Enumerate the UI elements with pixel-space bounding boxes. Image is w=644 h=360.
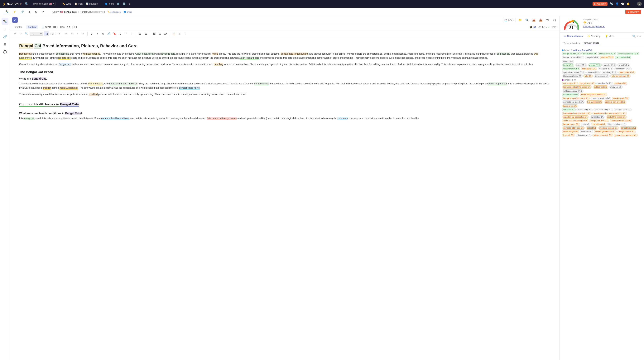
term-create-new-breed[interactable]: create a new breed 0/1 [604,100,626,104]
h3-format-button[interactable]: H3 [50,31,54,36]
term-domesticate[interactable]: domesticate 1/1 [594,74,610,78]
term-seal-mink-tabby[interactable]: seal mink tabby 1/1 [594,108,613,111]
term-kitten-syndrome[interactable]: kitten syndrome 1/1 [607,123,626,126]
ai-writing-tab[interactable]: ✨ AI-writing [586,34,602,38]
tab-settings[interactable]: ⚡ [11,9,18,15]
term-amer-cat-fanciers[interactable]: american cat fanciers association 0/1 [592,112,627,115]
academy-button[interactable]: ▶ Academy [592,2,608,6]
ol-button[interactable]: ☰ [144,31,148,36]
term-bengal-cats-love[interactable]: bengal cats love 0/1 [589,119,609,122]
term-bored-bengal[interactable]: bored bengal 0/1 [562,130,579,133]
pause-icon[interactable]: ⏸ [632,2,635,6]
nav-plan[interactable]: 📋 Plan [74,3,82,5]
term-common-health[interactable]: common health 3/1-2 [590,97,611,100]
export-icon[interactable]: 📤 [531,17,536,23]
nav-grid-icon[interactable]: ⊞ [129,3,130,5]
broadcast-icon[interactable]: 📡 [610,2,613,6]
term-bengal-kittens[interactable]: bengal kittens 0/1 [620,126,637,130]
search-terms-icon[interactable]: 🔍 [632,35,636,38]
term-asian-leopard-cat[interactable]: asian leopard cat 4/1-4 [617,52,639,55]
edit-terms-icon[interactable]: ✏ [640,35,642,38]
term-bengal-breed[interactable]: bengal breed 0/1 [578,82,596,85]
search-format-button[interactable]: 🔍 [24,31,29,36]
terms-in-headers-tab[interactable]: Terms in headers [562,41,581,45]
highlight-button[interactable]: T̲ [177,31,182,36]
term-leopard-cats[interactable]: leopard cats 5/1-2 [562,67,580,70]
search-icon[interactable]: 🔍 [25,2,28,6]
editor-content[interactable]: Bengal Cat Breed Information, Pictures, … [10,37,560,360]
term-temperament[interactable]: temperament 4/1 [562,93,579,96]
extended-settings-icon[interactable]: ⚙ [574,79,576,81]
tab-grid[interactable]: ⊞ [26,9,33,15]
content-terms-tab[interactable]: ≡≡ Content terms [562,34,584,38]
share-action[interactable]: 👥 share [124,11,132,13]
users-icon[interactable]: 👤 [616,2,619,6]
tab-link[interactable]: 🔗 [18,9,26,15]
set-suggest-action[interactable]: ✏️ set/suggest [107,11,121,13]
term-domestic-house-cat[interactable]: domestic house cat 0/1 [610,119,632,122]
info-icon[interactable]: ℹ [592,22,592,24]
settings-icon[interactable]: ⚙️ [117,3,120,5]
check-button[interactable]: ✓ [12,17,18,23]
sidebar-format-icon[interactable]: ⊞ [2,25,8,32]
basic-add-gsc-btn[interactable]: add from GSC [578,49,592,51]
quote-button[interactable]: " [124,31,129,36]
strike-button[interactable]: S̶ [118,31,123,36]
code-icon[interactable]: { } [552,17,557,23]
nav-extra-icon[interactable]: ⬇️ [123,3,126,5]
align-right-button[interactable]: ≡ [75,31,80,36]
term-wild-appearance[interactable]: wild appearance 2/1-2 [562,89,584,93]
tab-pen[interactable]: ✒️ [3,9,11,15]
term-coat-bengal[interactable]: coat of the bengal 0/1 [606,115,627,119]
term-felis[interactable]: felis 0/1 [583,74,592,78]
h2-format-button[interactable]: H2 [44,31,49,36]
more-button[interactable]: ⋮ [183,31,188,36]
term-brown-tabby[interactable]: brown tabby 2/1 [576,108,593,111]
change-competitors-btn[interactable]: Change competitors ▼ [583,25,641,28]
nav-manage[interactable]: 📊 Manage [86,3,98,5]
term-cats[interactable]: cat's 3/1 [581,123,590,126]
term-lynx-point[interactable]: lynx point 2/1-3 [598,67,614,70]
term-bengalensis[interactable]: bengalensis 0/1 [581,67,597,70]
term-jean-mill[interactable]: jean mill 0/1 [562,134,575,137]
term-black-silver-tabby[interactable]: black silver tabby 2/1 [562,74,582,78]
term-outdoor-cat[interactable]: outdoor cat 0/1 [593,85,608,89]
table-button[interactable]: ⊞ [158,31,162,36]
term-breed[interactable]: breed 16/17-29 [582,52,597,55]
term-miniature-leopard[interactable]: miniature leopard 0/1 [598,126,619,130]
basic-settings-icon[interactable]: ⚙ [571,49,572,51]
term-cat-fanciers[interactable]: cat fanciers 0/1 [562,82,578,85]
italic2-button[interactable]: i [130,31,134,36]
user-avatar[interactable]: U [637,2,642,6]
term-bengal-cannot[interactable]: bengal cannot 0/1 [562,123,580,126]
term-marble[interactable]: marble 7/1-3 [588,63,602,67]
term-domestic-cat-breeds[interactable]: domestic cat breeds 3/1 [562,100,585,104]
term-high-energy[interactable]: high energy 1/1 [576,134,592,137]
term-bengal-owners[interactable]: bengal owners 0/1 [617,130,636,133]
term-cat-without[interactable]: cat without 0/1 [591,123,606,126]
term-domestic-cat[interactable]: domestic cat 9/2-7 [598,52,616,55]
term-breeder[interactable]: breeder 1/1-2 [602,63,616,67]
term-hybrid[interactable]: hybrid 1/1-5 [617,63,630,67]
search-toolbar-icon[interactable]: 🔍 [524,17,530,23]
term-felis-bengalensis[interactable]: felis bengalensis 0/1 [610,74,630,78]
term-veterinary[interactable]: veterinary 2/1-2 [602,71,618,74]
project-selector[interactable]: myproject.com 🇺🇸 ▾ [32,2,56,6]
term-cat-looks[interactable]: cat looks 0/1 [614,82,627,85]
term-like-wild-cat[interactable]: like a wild cat 0/1 [586,100,603,104]
copy-button[interactable]: 📋 [172,31,176,36]
term-every-cat[interactable]: every cat 1/1 [609,85,623,89]
undo-button[interactable]: ↩ [12,31,17,36]
sidebar-link-icon[interactable]: 🔗 [2,33,8,40]
term-tabby[interactable]: tabby 5/1-6 [562,63,574,67]
term-bengal-cat[interactable]: bengal cat 33/5-14 [562,52,581,55]
term-cdn-cat-assoc[interactable]: canadian cat association 0/1 [562,115,589,119]
image-button[interactable]: 🖼 [152,31,157,36]
tab-content[interactable]: Content [26,25,38,29]
term-social-bengal[interactable]: social bengal is a perfect 0/1 [580,93,607,96]
term-cat-trees[interactable]: cat trees 1/1 [580,130,593,133]
logo[interactable]: ⚡ NEURON 🚀 [2,2,22,6]
redo-button[interactable]: ↪ [18,31,23,36]
nav-team[interactable]: 👥 Team [104,3,114,5]
basic-add-btn[interactable]: add [573,49,577,51]
